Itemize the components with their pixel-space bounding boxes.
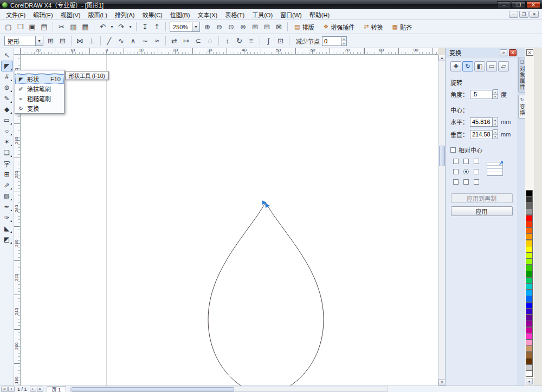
- document-restore-button[interactable]: ❐: [519, 11, 528, 18]
- zoom-page-icon[interactable]: ⊞: [249, 21, 261, 32]
- docker-tab-object-properties[interactable]: ❏对象属性: [518, 57, 526, 93]
- align-nodes-icon[interactable]: ≡: [246, 35, 257, 47]
- apply-to-duplicate-button[interactable]: 应用到再制: [451, 193, 513, 203]
- rotation-anchor-2[interactable]: [474, 159, 479, 164]
- reduce-nodes-spinner[interactable]: [341, 36, 347, 46]
- extract-subpath-icon[interactable]: ⊂: [192, 35, 204, 47]
- transform-mode-skew[interactable]: ▱: [498, 61, 509, 71]
- zoom-combo-arrow-icon[interactable]: [192, 22, 199, 31]
- no-color-swatch[interactable]: [526, 49, 533, 56]
- rotation-anchor-5[interactable]: [474, 169, 479, 174]
- vertical-spinner[interactable]: [493, 129, 498, 139]
- convert-button[interactable]: ⇄转换: [359, 21, 387, 32]
- palette-swatch[interactable]: [526, 308, 533, 315]
- vertical-scrollbar[interactable]: ▲ ▼: [438, 55, 445, 386]
- polygon-tool[interactable]: ✶: [1, 136, 13, 147]
- blend-tool[interactable]: ▧: [1, 191, 13, 201]
- print-icon[interactable]: ▤: [38, 21, 50, 32]
- palette-swatch[interactable]: [526, 227, 533, 234]
- rotate-nodes-icon[interactable]: ↻: [234, 35, 245, 47]
- save-icon[interactable]: ▣: [27, 21, 38, 32]
- horizontal-spinner[interactable]: [493, 117, 498, 127]
- reduce-nodes-input[interactable]: [322, 36, 341, 46]
- menu-item-layout[interactable]: 版面(L): [84, 9, 111, 20]
- shape-preset-arrow-icon[interactable]: [35, 36, 43, 45]
- eyedropper-tool[interactable]: ✒: [1, 201, 13, 212]
- select-all-nodes-icon[interactable]: ⊡: [275, 35, 286, 47]
- add-node-icon[interactable]: ⊞: [45, 35, 56, 47]
- basic-shapes-tool[interactable]: ❏: [1, 147, 13, 158]
- palette-swatch[interactable]: [526, 265, 533, 271]
- palette-swatch[interactable]: [526, 271, 533, 277]
- palette-swatch[interactable]: [526, 277, 533, 284]
- flyout-item-roughen-brush[interactable]: ≈粗糙笔刷: [15, 94, 64, 103]
- zoom-tool[interactable]: ⊕: [1, 82, 13, 93]
- transform-mode-position[interactable]: ✚: [450, 61, 461, 71]
- shape-tool[interactable]: ◤: [1, 61, 13, 71]
- palette-swatch[interactable]: [526, 345, 533, 352]
- zoom-all-objects-icon[interactable]: ⊚: [237, 21, 249, 32]
- palette-swatch[interactable]: [526, 315, 533, 321]
- table-tool[interactable]: ⊞: [1, 169, 13, 180]
- rectangle-tool[interactable]: ▭: [1, 115, 13, 126]
- horizontal-scroll-thumb[interactable]: [72, 387, 234, 391]
- window-close-button[interactable]: ✕: [526, 1, 540, 8]
- undo-list-icon[interactable]: ▾: [109, 21, 115, 32]
- document-close-button[interactable]: ✕: [530, 11, 539, 18]
- palette-swatch[interactable]: [526, 233, 533, 240]
- zoom-in-icon[interactable]: ⊕: [202, 21, 213, 32]
- undo-icon[interactable]: ↶: [97, 21, 108, 32]
- transform-mode-rotation[interactable]: ↻: [462, 61, 473, 71]
- symmetric-node-icon[interactable]: ≈: [151, 35, 163, 47]
- spin-down-icon[interactable]: [493, 122, 498, 127]
- spin-down-icon[interactable]: [493, 134, 498, 139]
- stretch-nodes-icon[interactable]: ↕: [222, 35, 233, 47]
- menu-item-view[interactable]: 视图(V): [57, 9, 85, 20]
- palette-swatch[interactable]: [526, 296, 533, 302]
- flyout-item-shape[interactable]: ◤形状F10: [15, 74, 64, 84]
- angle-spinner[interactable]: [493, 89, 498, 99]
- cut-icon[interactable]: ✂: [56, 21, 67, 32]
- relative-center-checkbox[interactable]: [450, 147, 456, 153]
- document-minimize-button[interactable]: –: [509, 11, 518, 18]
- page-nav-first-page[interactable]: «: [1, 387, 8, 392]
- zoom-page-width-icon[interactable]: ⊟: [261, 21, 273, 32]
- menu-item-effects[interactable]: 效果(C): [139, 9, 166, 20]
- drawing-canvas[interactable]: [21, 55, 438, 386]
- vertical-scroll-thumb[interactable]: [439, 146, 445, 166]
- copy-icon[interactable]: ▥: [68, 21, 79, 32]
- join-nodes-icon[interactable]: ⋈: [74, 35, 86, 47]
- smooth-node-icon[interactable]: ∼: [139, 35, 151, 47]
- zoom-level-combo[interactable]: 250%: [170, 22, 200, 32]
- horizontal-center-input[interactable]: [470, 117, 493, 127]
- spin-down-icon[interactable]: [493, 94, 498, 99]
- plugins-button[interactable]: ❖增强插件: [319, 21, 359, 32]
- transform-mode-size[interactable]: ▭: [486, 61, 497, 71]
- palette-swatch[interactable]: [526, 364, 533, 371]
- pick-tool[interactable]: ↖: [1, 50, 13, 61]
- palette-swatch[interactable]: [526, 290, 533, 296]
- palette-swatch[interactable]: [526, 358, 533, 364]
- palette-swatch[interactable]: [526, 283, 533, 290]
- elastic-mode-icon[interactable]: ∫: [263, 35, 274, 47]
- palette-swatch[interactable]: [526, 352, 533, 358]
- smart-fill-tool[interactable]: ◆: [1, 104, 13, 115]
- menu-item-arrange[interactable]: 排列(A): [111, 9, 139, 20]
- crop-tool[interactable]: #: [1, 71, 13, 82]
- spin-up-icon[interactable]: [493, 130, 498, 134]
- spin-up-icon[interactable]: [493, 117, 498, 122]
- menu-item-file[interactable]: 文件(F): [2, 9, 29, 20]
- palette-scroll-down-icon[interactable]: [526, 378, 533, 384]
- shape-preset-combo[interactable]: 矩形: [4, 36, 43, 46]
- zoom-selected-icon[interactable]: ⊙: [225, 21, 237, 32]
- flyout-item-transform[interactable]: ↻变换: [15, 103, 64, 113]
- redo-icon[interactable]: ↷: [115, 21, 127, 32]
- zoom-page-height-icon[interactable]: ⊠: [273, 21, 285, 32]
- window-minimize-button[interactable]: –: [497, 1, 511, 8]
- palette-swatch[interactable]: [526, 208, 533, 215]
- palette-swatch[interactable]: [526, 321, 533, 327]
- text-tool[interactable]: 字: [1, 158, 13, 169]
- export-icon[interactable]: ↥: [151, 21, 163, 32]
- page-nav-prev-page[interactable]: ‹: [8, 387, 15, 392]
- palette-swatch[interactable]: [526, 190, 533, 197]
